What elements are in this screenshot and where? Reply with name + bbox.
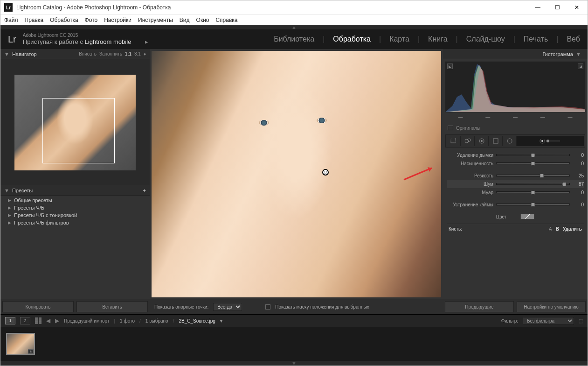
tool-strip (445, 134, 585, 148)
preset-folder[interactable]: ▶Пресеты Ч/Б фильтров (0, 219, 150, 226)
menu-file[interactable]: Файл (4, 17, 18, 23)
minimize-button[interactable]: — (533, 4, 542, 11)
svg-point-10 (546, 140, 549, 142)
zoom-more-icon[interactable]: ♦ (144, 51, 146, 56)
maximize-button[interactable]: ☐ (553, 4, 562, 11)
top-collapse-handle[interactable]: ▲ (0, 25, 588, 29)
grid-view-icon[interactable] (35, 317, 42, 324)
module-web[interactable]: Веб (567, 35, 580, 43)
redeye-tool-icon[interactable] (475, 136, 489, 146)
slider-Насыщенность[interactable]: Насыщенность0 (447, 159, 584, 168)
copy-button[interactable]: Копировать (2, 301, 74, 312)
originals-icon (448, 126, 453, 130)
preset-folder[interactable]: ▶Общие пресеты (0, 197, 150, 204)
module-develop[interactable]: Обработка (333, 35, 371, 43)
show-mask-checkbox[interactable] (265, 304, 270, 310)
navigator-thumbnail[interactable] (0, 59, 150, 185)
selected-count: 1 выбрано (145, 318, 168, 324)
svg-point-8 (541, 140, 543, 142)
menu-photo[interactable]: Фото (85, 17, 98, 23)
preset-folder[interactable]: ▶Пресеты Ч/Б (0, 204, 150, 211)
lr-logo: Lr (8, 34, 16, 45)
menu-tools[interactable]: Инструменты (138, 17, 173, 23)
slider-Шум[interactable]: ➜Шум87 (447, 180, 584, 188)
photo-count: 1 фото (120, 318, 135, 324)
preset-folder[interactable]: ▶Пресеты Ч/Б с тонировкой (0, 211, 150, 219)
develop-badge-icon: ± (28, 349, 34, 354)
filmstrip-thumbnail[interactable]: ± (6, 333, 35, 355)
paste-button[interactable]: Вставить (76, 301, 148, 312)
adjustment-pin[interactable] (322, 169, 329, 176)
close-button[interactable]: ✕ (572, 4, 581, 11)
svg-point-4 (481, 140, 483, 142)
highlight-clip-icon[interactable]: ◢ (578, 63, 583, 69)
previous-button[interactable]: Предыдущие (445, 301, 514, 312)
svg-rect-0 (451, 138, 456, 143)
color-swatch[interactable] (520, 214, 534, 219)
add-preset-icon[interactable]: + (143, 188, 146, 193)
svg-point-6 (507, 139, 512, 143)
filter-select[interactable]: Без фильтра (523, 317, 574, 325)
show-mask-label: Показать маску наложения для выбранных (275, 304, 369, 310)
menu-develop[interactable]: Обработка (50, 17, 78, 23)
brush-b[interactable]: B (556, 226, 559, 232)
brush-delete[interactable]: Удалить (563, 226, 582, 232)
app-icon: Lr (4, 3, 13, 12)
zoom-31[interactable]: 3:1 (134, 51, 141, 56)
menu-view[interactable]: Вид (180, 17, 190, 23)
menu-edit[interactable]: Правка (25, 17, 44, 23)
filter-label: Фильтр: (501, 318, 518, 324)
color-label: Цвет (496, 214, 506, 219)
histogram[interactable]: ◣ ◢ (445, 61, 586, 113)
window-titlebar: Lr Lightroom Catalog - Adobe Photoshop L… (0, 0, 588, 14)
module-map[interactable]: Карта (389, 35, 409, 43)
shadow-clip-icon[interactable]: ◣ (447, 63, 453, 69)
collapse-icon: ▼ (4, 51, 9, 57)
filename-dropdown-icon[interactable]: ▾ (220, 318, 222, 324)
prev-photo-icon[interactable]: ◀ (46, 317, 50, 324)
originals-row[interactable]: Оригиналы (443, 123, 588, 133)
presets-header[interactable]: ▼ Пресеты + (0, 185, 150, 196)
menu-help[interactable]: Справка (215, 17, 237, 23)
histogram-header[interactable]: Гистограмма ▼ (443, 49, 588, 59)
menu-settings[interactable]: Настройки (104, 17, 131, 23)
spot-tool-icon[interactable] (461, 136, 475, 146)
slider-Резкость[interactable]: Резкость25 (447, 171, 584, 180)
reset-button[interactable]: Настройки по умолчанию (517, 301, 586, 312)
adjustment-sliders: Удаление дымки0Насыщенность0Резкость25➜Ш… (443, 149, 588, 299)
menu-window[interactable]: Окно (196, 17, 209, 23)
view-1-button[interactable]: 1 (5, 317, 15, 324)
show-pins-label: Показать опорные точки: (154, 304, 208, 310)
slider-Муар[interactable]: Муар0 (447, 188, 584, 197)
brush-a[interactable]: A (549, 226, 552, 232)
module-slideshow[interactable]: Слайд-шоу (466, 35, 505, 43)
view-2-button[interactable]: 2 (20, 317, 30, 324)
navigator-header[interactable]: ▼ Навигатор Вписать Заполнить 1:1 3:1 ♦ (0, 49, 150, 59)
module-print[interactable]: Печать (524, 35, 548, 43)
module-book[interactable]: Книга (428, 35, 447, 43)
module-library[interactable]: Библиотека (274, 35, 314, 43)
next-photo-icon[interactable]: ▶ (55, 317, 59, 324)
brush-tool-icon[interactable] (517, 136, 584, 146)
gradient-tool-icon[interactable] (489, 136, 503, 146)
slider-Устранение каймы[interactable]: Устранение каймы0 (447, 200, 584, 209)
zoom-11[interactable]: 1:1 (125, 51, 131, 56)
zoom-fit[interactable]: Вписать (79, 51, 97, 56)
identity-plate[interactable]: Adobe Lightroom CC 2015 Приступая к рабо… (23, 32, 149, 46)
brush-row: Кисть:ABУдалить (447, 224, 584, 234)
slider-Удаление дымки[interactable]: Удаление дымки0 (447, 151, 584, 159)
show-pins-select[interactable]: Всегда (213, 303, 242, 311)
crop-tool-icon[interactable] (447, 136, 461, 146)
collapse-icon: ▼ (576, 51, 581, 57)
zoom-fill[interactable]: Заполнить (99, 51, 122, 56)
filter-lock-icon[interactable]: ⬚ (579, 318, 583, 324)
photo-canvas[interactable] (152, 51, 441, 297)
svg-rect-5 (493, 139, 498, 143)
window-title: Lightroom Catalog - Adobe Photoshop Ligh… (16, 4, 533, 11)
histogram-values: ————— (443, 114, 588, 123)
filename: 2B_C_Source.jpg (179, 318, 215, 324)
source-label[interactable]: Предыдущий импорт (64, 318, 110, 324)
collapse-icon: ▼ (4, 188, 9, 193)
radial-tool-icon[interactable] (503, 136, 517, 146)
bottom-collapse-handle[interactable]: ▼ (0, 361, 588, 366)
